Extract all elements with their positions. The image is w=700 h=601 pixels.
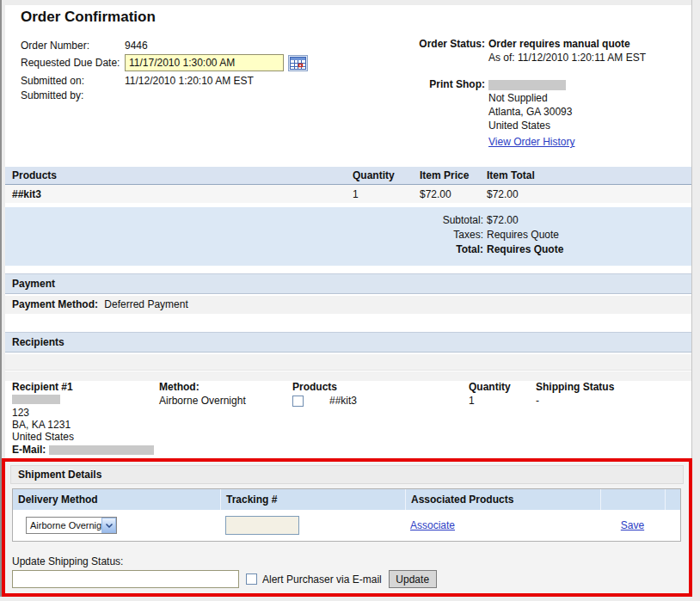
- shipment-table-row: Airborne Overnight Associate Save: [13, 510, 680, 541]
- shipping-status-label: Shipping Status: [536, 381, 614, 393]
- recipient-address1: 123: [12, 407, 154, 419]
- product-price: $72.00: [420, 188, 487, 200]
- redacted-print-shop-name: [488, 80, 566, 90]
- method-value: Airborne Overnight: [159, 395, 246, 407]
- recipient-quantity-label: Quantity: [469, 381, 511, 393]
- due-date-input[interactable]: [125, 54, 284, 71]
- recipient-address-block: Recipient #1 123 BA, KA 1231 United Stat…: [12, 381, 154, 456]
- recipients-section-header: Recipients: [5, 332, 691, 353]
- product-checkbox[interactable]: [292, 396, 304, 407]
- shipment-table-header: Delivery Method Tracking # Associated Pr…: [13, 489, 680, 510]
- taxes-row: Taxes: Requires Quote: [5, 228, 691, 242]
- submitted-by-row: Submitted by:: [21, 88, 309, 102]
- recipient-quantity-value: 1: [469, 395, 511, 407]
- order-status-value: Order requires manual quote: [488, 38, 630, 52]
- products-section: Products Quantity Item Price Item Total …: [5, 167, 691, 266]
- recipient-product-name: ##kit3: [329, 395, 357, 407]
- recipient-method-block: Method: Airborne Overnight: [159, 381, 246, 407]
- col-item-total: Item Total: [487, 169, 691, 181]
- chevron-down-icon[interactable]: [101, 518, 116, 533]
- payment-method-row: Payment Method: Deferred Payment: [5, 296, 691, 314]
- alert-purchaser-label: Alert Purchaser via E-mail: [262, 573, 382, 586]
- shipment-details-header: Shipment Details: [10, 465, 684, 484]
- print-shop-address-line2: Atlanta, GA 30093: [488, 106, 572, 120]
- due-date-row: Requested Due Date:: [21, 52, 309, 73]
- order-status-label: Order Status:: [361, 38, 488, 52]
- submitted-by-label: Submitted by:: [21, 89, 125, 101]
- payment-section-header: Payment: [5, 273, 691, 294]
- delivery-method-value: Airborne Overnight: [30, 520, 109, 530]
- page-edge-bottom: [0, 597, 700, 601]
- col-tracking: Tracking #: [220, 489, 405, 510]
- subtotal-label: Subtotal:: [5, 213, 483, 228]
- associate-link[interactable]: Associate: [410, 519, 455, 531]
- subtotal-row: Subtotal: $72.00: [5, 213, 691, 228]
- redacted-email: [49, 445, 154, 455]
- submitted-on-row: Submitted on: 11/12/2010 1:20:10 AM EST: [21, 73, 309, 88]
- status-as-of-row: As of: 11/12/2010 1:20:11 AM EST: [361, 52, 691, 65]
- col-spare: [665, 489, 680, 510]
- total-row: Total: Requires Quote: [5, 242, 691, 257]
- order-info-block: Order Number: 9446 Requested Due Date: S…: [21, 38, 309, 102]
- status-as-of: As of: 11/12/2010 1:20:11 AM EST: [488, 52, 646, 65]
- recipients-subrow: [5, 371, 691, 381]
- total-label: Total:: [5, 242, 483, 257]
- taxes-label: Taxes:: [5, 228, 483, 242]
- product-quantity: 1: [353, 188, 420, 200]
- recipient-address2: BA, KA 1231: [12, 419, 154, 431]
- product-total: $72.00: [487, 188, 691, 200]
- email-label: E-Mail:: [12, 444, 46, 456]
- alert-purchaser-checkbox[interactable]: [246, 573, 257, 585]
- page-edge-right: [691, 0, 700, 601]
- print-shop-label: Print Shop:: [361, 78, 488, 92]
- col-associated-products: Associated Products: [405, 489, 600, 510]
- recipient-address3: United States: [12, 431, 154, 443]
- calendar-icon[interactable]: [288, 54, 309, 71]
- order-number-row: Order Number: 9446: [21, 38, 309, 52]
- recipient-quantity-block: Quantity 1: [469, 381, 511, 407]
- shipping-status-block: Shipping Status -: [536, 381, 614, 407]
- payment-method-value: Deferred Payment: [104, 298, 187, 310]
- print-shop-address-line3: United States: [488, 120, 550, 133]
- due-date-label: Requested Due Date:: [21, 57, 125, 69]
- product-name: ##kit3: [12, 188, 353, 200]
- total-value: Requires Quote: [483, 242, 691, 257]
- order-number-label: Order Number:: [21, 40, 125, 52]
- page-edge-top: [0, 0, 700, 5]
- recipient-products-block: Products ##kit3: [292, 381, 357, 407]
- update-shipping-status-input[interactable]: [12, 570, 239, 588]
- shipment-details-highlight: Shipment Details Delivery Method Trackin…: [2, 458, 692, 597]
- redacted-recipient-name: [12, 395, 60, 404]
- submitted-on-label: Submitted on:: [21, 75, 125, 87]
- payment-method-label: Payment Method:: [12, 298, 98, 310]
- method-label: Method:: [159, 381, 246, 393]
- recipient-products-label: Products: [292, 381, 357, 393]
- page-title: Order Confirmation: [21, 9, 156, 26]
- shipping-status-value: -: [536, 395, 614, 407]
- order-status-block: Order Status: Order requires manual quot…: [361, 38, 691, 150]
- subtotal-value: $72.00: [483, 213, 691, 228]
- order-status-row: Order Status: Order requires manual quot…: [361, 38, 691, 52]
- update-button[interactable]: Update: [389, 570, 437, 588]
- delivery-method-select[interactable]: Airborne Overnight: [26, 517, 117, 534]
- tracking-number-input[interactable]: [225, 516, 299, 535]
- print-shop-address-line1: Not Supplied: [488, 92, 548, 106]
- col-delivery-method: Delivery Method: [13, 489, 220, 510]
- recipients-toolbar-row: [5, 354, 691, 371]
- col-products: Products: [12, 169, 353, 181]
- update-shipping-status-label: Update Shipping Status:: [12, 555, 689, 567]
- col-item-price: Item Price: [420, 169, 487, 181]
- print-shop-row: Print Shop:: [361, 78, 691, 92]
- col-save: [600, 489, 665, 510]
- order-summary: Subtotal: $72.00 Taxes: Requires Quote T…: [5, 207, 691, 266]
- recipient-title: Recipient #1: [12, 381, 154, 393]
- submitted-on-value: 11/12/2010 1:20:10 AM EST: [125, 75, 254, 87]
- save-link[interactable]: Save: [621, 519, 644, 531]
- view-order-history-link[interactable]: View Order History: [488, 136, 574, 150]
- taxes-value: Requires Quote: [483, 228, 691, 242]
- products-table-header: Products Quantity Item Price Item Total: [5, 167, 691, 185]
- col-quantity: Quantity: [353, 169, 420, 181]
- update-shipping-status-row: Alert Purchaser via E-mail Update: [12, 570, 689, 588]
- order-number-value: 9446: [125, 40, 148, 52]
- shipment-table: Delivery Method Tracking # Associated Pr…: [12, 488, 681, 542]
